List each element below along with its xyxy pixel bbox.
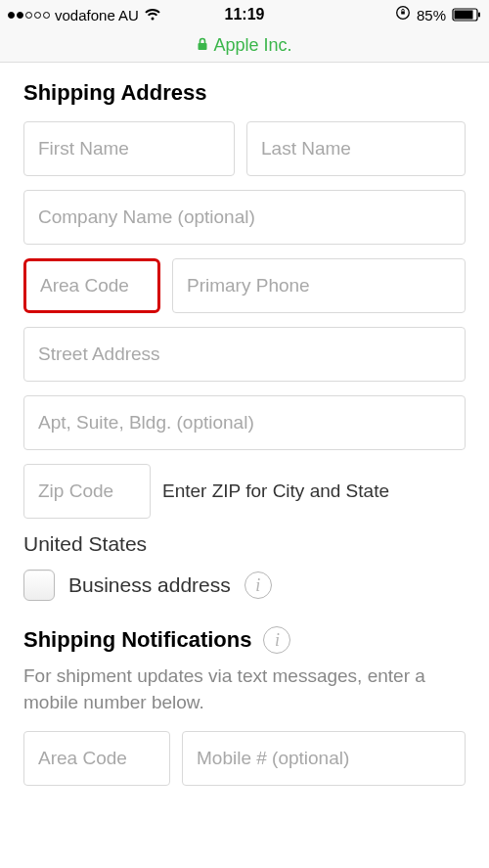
shipping-notifications-title: Shipping Notifications [23,627,251,653]
zip-hint: Enter ZIP for City and State [162,464,466,519]
zip-input[interactable] [38,480,136,502]
info-icon[interactable]: i [244,571,272,599]
shipping-address-title: Shipping Address [23,80,466,106]
notif-mobile-field[interactable] [182,731,466,786]
apt-input[interactable] [38,412,451,434]
first-name-input[interactable] [38,138,220,160]
primary-phone-input[interactable] [187,275,451,297]
svg-rect-3 [455,11,473,20]
notif-mobile-input[interactable] [197,748,451,769]
status-left: vodafone AU [8,7,161,23]
wifi-icon [144,8,161,22]
business-address-checkbox[interactable] [23,570,55,601]
street-input[interactable] [38,343,451,365]
area-code-field[interactable] [23,258,160,313]
country-label: United States [23,532,466,556]
svg-rect-4 [478,13,480,18]
url-site: Apple Inc. [213,35,291,56]
battery-percent: 85% [417,7,446,23]
url-bar[interactable]: Apple Inc. [0,29,489,63]
status-right: 85% [395,5,481,24]
apt-field[interactable] [23,395,466,450]
company-field[interactable] [23,190,466,245]
street-field[interactable] [23,327,466,382]
area-code-input[interactable] [40,275,144,297]
rotation-lock-icon [395,5,411,24]
notifications-description: For shipment updates via text messages, … [23,663,466,715]
svg-rect-1 [401,12,405,15]
company-input[interactable] [38,206,451,228]
signal-dots-icon [8,12,50,19]
time-label: 11:19 [225,6,265,23]
primary-phone-field[interactable] [172,258,466,313]
battery-icon [452,8,481,22]
carrier-label: vodafone AU [55,7,139,23]
first-name-field[interactable] [23,121,235,176]
last-name-input[interactable] [261,138,451,160]
business-address-label: Business address [68,573,231,597]
notif-area-code-field[interactable] [23,731,170,786]
info-icon[interactable]: i [263,626,290,654]
status-bar: vodafone AU 11:19 85% [0,0,489,29]
zip-field[interactable] [23,464,151,519]
notif-area-code-input[interactable] [38,748,156,769]
svg-rect-5 [199,43,207,50]
lock-icon [197,37,208,54]
last-name-field[interactable] [246,121,466,176]
page-content: Shipping Address Ente [0,63,489,786]
